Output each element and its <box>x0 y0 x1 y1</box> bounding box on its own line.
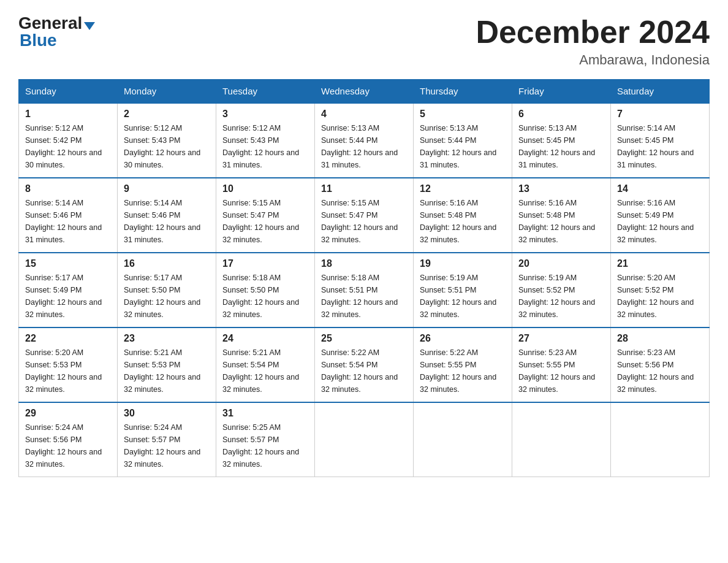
day-number: 30 <box>124 408 210 419</box>
day-number: 2 <box>124 109 210 120</box>
calendar-cell: 19 Sunrise: 5:19 AM Sunset: 5:51 PM Dayl… <box>414 253 512 327</box>
day-info: Sunrise: 5:24 AM Sunset: 5:56 PM Dayligh… <box>25 421 111 470</box>
calendar-cell: 4 Sunrise: 5:13 AM Sunset: 5:44 PM Dayli… <box>315 103 414 178</box>
logo: General Blue <box>18 15 95 49</box>
day-number: 15 <box>25 258 111 269</box>
calendar-cell: 31 Sunrise: 5:25 AM Sunset: 5:57 PM Dayl… <box>216 402 315 477</box>
day-number: 5 <box>420 109 506 120</box>
calendar-cell: 30 Sunrise: 5:24 AM Sunset: 5:57 PM Dayl… <box>118 402 216 477</box>
day-number: 21 <box>617 258 703 269</box>
day-number: 19 <box>420 258 506 269</box>
day-number: 17 <box>222 258 308 269</box>
day-info: Sunrise: 5:25 AM Sunset: 5:57 PM Dayligh… <box>222 421 308 470</box>
day-info: Sunrise: 5:18 AM Sunset: 5:51 PM Dayligh… <box>321 272 407 321</box>
calendar-cell: 6 Sunrise: 5:13 AM Sunset: 5:45 PM Dayli… <box>512 103 611 178</box>
calendar-cell <box>611 402 710 477</box>
week-row-3: 15 Sunrise: 5:17 AM Sunset: 5:49 PM Dayl… <box>19 253 710 327</box>
day-info: Sunrise: 5:23 AM Sunset: 5:56 PM Dayligh… <box>617 347 703 396</box>
column-header-monday: Monday <box>118 80 216 104</box>
day-info: Sunrise: 5:14 AM Sunset: 5:46 PM Dayligh… <box>25 197 111 246</box>
day-number: 28 <box>617 333 703 344</box>
title-area: December 2024 Ambarawa, Indonesia <box>476 15 710 68</box>
day-info: Sunrise: 5:22 AM Sunset: 5:55 PM Dayligh… <box>420 347 506 396</box>
day-number: 10 <box>222 183 308 194</box>
day-number: 4 <box>321 109 407 120</box>
day-info: Sunrise: 5:16 AM Sunset: 5:48 PM Dayligh… <box>518 197 604 246</box>
calendar-cell: 20 Sunrise: 5:19 AM Sunset: 5:52 PM Dayl… <box>512 253 611 327</box>
calendar-cell: 25 Sunrise: 5:22 AM Sunset: 5:54 PM Dayl… <box>315 327 414 402</box>
day-info: Sunrise: 5:18 AM Sunset: 5:50 PM Dayligh… <box>222 272 308 321</box>
month-year-title: December 2024 <box>476 15 710 50</box>
day-info: Sunrise: 5:20 AM Sunset: 5:52 PM Dayligh… <box>617 272 703 321</box>
day-info: Sunrise: 5:15 AM Sunset: 5:47 PM Dayligh… <box>321 197 407 246</box>
day-number: 8 <box>25 183 111 194</box>
day-info: Sunrise: 5:13 AM Sunset: 5:44 PM Dayligh… <box>321 122 407 171</box>
day-info: Sunrise: 5:13 AM Sunset: 5:44 PM Dayligh… <box>420 122 506 171</box>
week-row-4: 22 Sunrise: 5:20 AM Sunset: 5:53 PM Dayl… <box>19 327 710 402</box>
calendar-cell: 21 Sunrise: 5:20 AM Sunset: 5:52 PM Dayl… <box>611 253 710 327</box>
day-info: Sunrise: 5:17 AM Sunset: 5:50 PM Dayligh… <box>124 272 210 321</box>
column-header-saturday: Saturday <box>611 80 710 104</box>
calendar-cell: 12 Sunrise: 5:16 AM Sunset: 5:48 PM Dayl… <box>414 178 512 253</box>
day-info: Sunrise: 5:17 AM Sunset: 5:49 PM Dayligh… <box>25 272 111 321</box>
calendar-cell <box>512 402 611 477</box>
calendar-cell: 10 Sunrise: 5:15 AM Sunset: 5:47 PM Dayl… <box>216 178 315 253</box>
day-number: 16 <box>124 258 210 269</box>
day-number: 7 <box>617 109 703 120</box>
calendar-cell: 29 Sunrise: 5:24 AM Sunset: 5:56 PM Dayl… <box>19 402 118 477</box>
day-info: Sunrise: 5:16 AM Sunset: 5:48 PM Dayligh… <box>420 197 506 246</box>
calendar-cell <box>414 402 512 477</box>
calendar-cell: 14 Sunrise: 5:16 AM Sunset: 5:49 PM Dayl… <box>611 178 710 253</box>
day-number: 9 <box>124 183 210 194</box>
calendar-cell: 26 Sunrise: 5:22 AM Sunset: 5:55 PM Dayl… <box>414 327 512 402</box>
day-number: 18 <box>321 258 407 269</box>
calendar-cell: 24 Sunrise: 5:21 AM Sunset: 5:54 PM Dayl… <box>216 327 315 402</box>
page-header: General Blue December 2024 Ambarawa, Ind… <box>18 15 710 68</box>
day-info: Sunrise: 5:13 AM Sunset: 5:45 PM Dayligh… <box>518 122 604 171</box>
day-info: Sunrise: 5:12 AM Sunset: 5:42 PM Dayligh… <box>25 122 111 171</box>
day-number: 3 <box>222 109 308 120</box>
day-info: Sunrise: 5:19 AM Sunset: 5:52 PM Dayligh… <box>518 272 604 321</box>
calendar-cell: 16 Sunrise: 5:17 AM Sunset: 5:50 PM Dayl… <box>118 253 216 327</box>
calendar-cell: 3 Sunrise: 5:12 AM Sunset: 5:43 PM Dayli… <box>216 103 315 178</box>
column-header-sunday: Sunday <box>19 80 118 104</box>
calendar-header-row: SundayMondayTuesdayWednesdayThursdayFrid… <box>19 80 710 104</box>
day-info: Sunrise: 5:21 AM Sunset: 5:54 PM Dayligh… <box>222 347 308 396</box>
day-number: 25 <box>321 333 407 344</box>
day-info: Sunrise: 5:14 AM Sunset: 5:45 PM Dayligh… <box>617 122 703 171</box>
calendar-cell: 2 Sunrise: 5:12 AM Sunset: 5:43 PM Dayli… <box>118 103 216 178</box>
calendar-cell: 13 Sunrise: 5:16 AM Sunset: 5:48 PM Dayl… <box>512 178 611 253</box>
day-info: Sunrise: 5:12 AM Sunset: 5:43 PM Dayligh… <box>222 122 308 171</box>
day-number: 14 <box>617 183 703 194</box>
calendar-cell: 7 Sunrise: 5:14 AM Sunset: 5:45 PM Dayli… <box>611 103 710 178</box>
logo-text: General <box>18 15 95 32</box>
day-number: 6 <box>518 109 604 120</box>
day-info: Sunrise: 5:12 AM Sunset: 5:43 PM Dayligh… <box>124 122 210 171</box>
day-number: 12 <box>420 183 506 194</box>
calendar-cell: 28 Sunrise: 5:23 AM Sunset: 5:56 PM Dayl… <box>611 327 710 402</box>
calendar-cell: 5 Sunrise: 5:13 AM Sunset: 5:44 PM Dayli… <box>414 103 512 178</box>
column-header-thursday: Thursday <box>414 80 512 104</box>
calendar-cell: 22 Sunrise: 5:20 AM Sunset: 5:53 PM Dayl… <box>19 327 118 402</box>
day-info: Sunrise: 5:16 AM Sunset: 5:49 PM Dayligh… <box>617 197 703 246</box>
day-number: 22 <box>25 333 111 344</box>
day-info: Sunrise: 5:15 AM Sunset: 5:47 PM Dayligh… <box>222 197 308 246</box>
calendar-table: SundayMondayTuesdayWednesdayThursdayFrid… <box>18 79 710 477</box>
calendar-cell: 18 Sunrise: 5:18 AM Sunset: 5:51 PM Dayl… <box>315 253 414 327</box>
calendar-cell: 15 Sunrise: 5:17 AM Sunset: 5:49 PM Dayl… <box>19 253 118 327</box>
calendar-cell: 11 Sunrise: 5:15 AM Sunset: 5:47 PM Dayl… <box>315 178 414 253</box>
location-label: Ambarawa, Indonesia <box>476 52 710 68</box>
day-info: Sunrise: 5:23 AM Sunset: 5:55 PM Dayligh… <box>518 347 604 396</box>
day-number: 31 <box>222 408 308 419</box>
calendar-cell <box>315 402 414 477</box>
calendar-cell: 17 Sunrise: 5:18 AM Sunset: 5:50 PM Dayl… <box>216 253 315 327</box>
logo-blue-text: Blue <box>20 31 57 50</box>
day-number: 27 <box>518 333 604 344</box>
day-info: Sunrise: 5:22 AM Sunset: 5:54 PM Dayligh… <box>321 347 407 396</box>
day-info: Sunrise: 5:24 AM Sunset: 5:57 PM Dayligh… <box>124 421 210 470</box>
day-number: 20 <box>518 258 604 269</box>
day-info: Sunrise: 5:19 AM Sunset: 5:51 PM Dayligh… <box>420 272 506 321</box>
calendar-cell: 1 Sunrise: 5:12 AM Sunset: 5:42 PM Dayli… <box>19 103 118 178</box>
column-header-wednesday: Wednesday <box>315 80 414 104</box>
week-row-1: 1 Sunrise: 5:12 AM Sunset: 5:42 PM Dayli… <box>19 103 710 178</box>
